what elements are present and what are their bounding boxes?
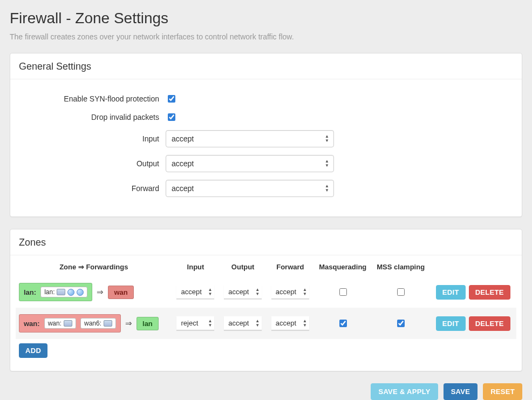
- zone-lan-output-select[interactable]: accept: [224, 285, 262, 299]
- updown-icon: [303, 288, 307, 296]
- iface-icon: [57, 289, 65, 295]
- col-forward: Forward: [267, 257, 314, 276]
- iface-label: wan6:: [84, 320, 101, 327]
- updown-icon: [255, 288, 260, 296]
- globe-icon: [67, 289, 74, 296]
- edit-button[interactable]: EDIT: [436, 316, 466, 331]
- forward-label: Forward: [19, 184, 166, 193]
- col-output: Output: [219, 257, 267, 276]
- input-select-value: accept: [172, 134, 194, 143]
- page-title: Firewall - Zone Settings: [10, 10, 522, 27]
- syn-flood-checkbox[interactable]: [168, 95, 175, 103]
- iface-chip: wan6:: [80, 318, 116, 329]
- select-value: accept: [276, 319, 296, 327]
- zone-wan-input-select[interactable]: reject: [176, 316, 214, 330]
- updown-icon: [208, 319, 213, 328]
- zones-table: Zone ⇒ Forwardings Input Output Forward …: [16, 257, 516, 339]
- arrow-icon: ⇒: [97, 287, 104, 297]
- col-masq: Masquerading: [314, 257, 372, 276]
- zone-lan-forward-select[interactable]: accept: [271, 285, 309, 299]
- globe-icon: [77, 289, 84, 296]
- zones-panel: Zones Zone ⇒ Forwardings Input Output Fo…: [10, 229, 522, 371]
- zone-lan-mss-checkbox[interactable]: [397, 288, 405, 296]
- output-select[interactable]: accept: [166, 155, 334, 172]
- zone-name-label: wan:: [24, 320, 40, 328]
- dest-badge-wan: wan: [108, 286, 133, 299]
- page-subtitle: The firewall creates zones over your net…: [10, 32, 522, 41]
- updown-icon: [303, 319, 307, 328]
- input-label: Input: [19, 134, 166, 143]
- iface-label: lan:: [44, 288, 54, 296]
- zone-wan-mss-checkbox[interactable]: [397, 320, 405, 327]
- forward-select-value: accept: [172, 184, 194, 193]
- zones-heading: Zones: [10, 229, 522, 255]
- col-zone: Zone ⇒ Forwardings: [16, 257, 172, 276]
- updown-icon: [325, 159, 329, 168]
- save-button[interactable]: SAVE: [444, 383, 478, 400]
- select-value: accept: [181, 288, 201, 296]
- select-value: accept: [276, 288, 296, 296]
- output-label: Output: [19, 159, 166, 168]
- iface-icon: [64, 320, 72, 327]
- input-select[interactable]: accept: [166, 130, 334, 147]
- delete-button[interactable]: DELETE: [469, 316, 510, 331]
- iface-label: wan:: [48, 320, 62, 327]
- iface-chip: lan:: [40, 287, 87, 297]
- add-button[interactable]: ADD: [19, 343, 47, 358]
- updown-icon: [255, 319, 260, 328]
- zone-name-label: lan:: [24, 288, 36, 296]
- footer-actions: SAVE & APPLY SAVE RESET: [10, 383, 522, 400]
- drop-invalid-label: Drop invalid packets: [19, 113, 166, 121]
- updown-icon: [325, 134, 329, 143]
- select-value: reject: [181, 319, 198, 327]
- iface-chip: wan:: [44, 318, 76, 329]
- zone-lan-input-select[interactable]: accept: [176, 285, 214, 299]
- general-settings-panel: General Settings Enable SYN-flood protec…: [10, 53, 522, 217]
- updown-icon: [325, 184, 329, 193]
- reset-button[interactable]: RESET: [483, 383, 522, 400]
- zone-wan-masq-checkbox[interactable]: [339, 320, 347, 327]
- select-value: accept: [228, 319, 249, 327]
- save-apply-button[interactable]: SAVE & APPLY: [371, 383, 438, 400]
- forward-select[interactable]: accept: [166, 180, 334, 197]
- zone-lan-masq-checkbox[interactable]: [339, 288, 347, 296]
- delete-button[interactable]: DELETE: [469, 285, 510, 300]
- table-row: lan:lan:⇒wanacceptacceptacceptEDITDELETE: [16, 276, 516, 308]
- zone-box-lan: lan:lan:: [19, 283, 92, 301]
- table-row: wan:wan:wan6:⇒lanrejectacceptacceptEDITD…: [16, 308, 516, 339]
- zone-box-wan: wan:wan:wan6:: [19, 314, 121, 333]
- syn-flood-label: Enable SYN-flood protection: [19, 94, 166, 103]
- select-value: accept: [228, 288, 249, 296]
- output-select-value: accept: [172, 159, 194, 168]
- zone-wan-output-select[interactable]: accept: [224, 316, 262, 330]
- arrow-icon: ⇒: [125, 318, 132, 328]
- updown-icon: [208, 288, 213, 296]
- general-settings-heading: General Settings: [10, 53, 522, 79]
- iface-icon: [104, 320, 112, 327]
- zone-wan-forward-select[interactable]: accept: [271, 316, 309, 330]
- drop-invalid-checkbox[interactable]: [168, 113, 175, 121]
- col-mss: MSS clamping: [372, 257, 430, 276]
- dest-badge-lan: lan: [137, 317, 159, 330]
- edit-button[interactable]: EDIT: [436, 285, 466, 300]
- col-input: Input: [172, 257, 220, 276]
